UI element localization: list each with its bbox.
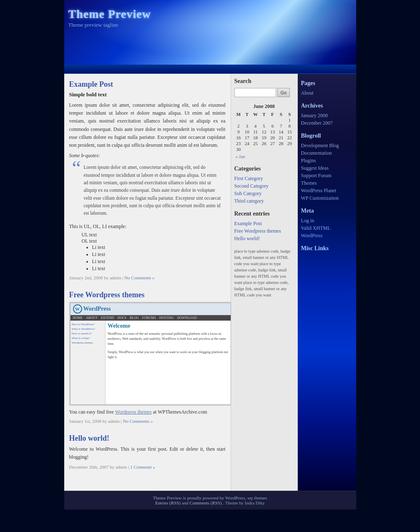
search-input[interactable] (234, 88, 276, 97)
site-footer: Theme Preview is proudly powered by Word… (64, 491, 356, 509)
post-title-hello[interactable]: Hello world! (69, 434, 226, 443)
archives-section: Archives January 2008 December 2007 (301, 103, 353, 126)
cal-day-s2: S (285, 111, 294, 117)
cal-day-t: T (243, 111, 251, 117)
footer-rss-link[interactable]: Entries (RSS) (155, 500, 181, 505)
site-title: Theme Preview (68, 8, 151, 21)
post-body-hello: Welcome to WordPress. This is your first… (69, 445, 226, 461)
meta-links: Log in Valid XHTML WordPress (301, 218, 353, 239)
post-title-example[interactable]: Example Post (69, 80, 226, 89)
search-section: Search Go (234, 78, 294, 97)
wp-themes-link[interactable]: Wordpress themes (115, 409, 152, 415)
wp-sidebar-item: Wordpress themes (72, 341, 104, 344)
cal-day-s: S (277, 111, 285, 117)
categories-links: First Category Second Category Sub Categ… (234, 176, 294, 204)
wp-mockup-header: W WordPress (70, 303, 231, 315)
blogroll-title: Blogroll (301, 133, 353, 139)
post-title-wp[interactable]: Free Wordpress themes (69, 291, 226, 299)
blogroll-section: Blogroll Development Blog Documentation … (301, 133, 353, 201)
calendar-table: June 2008 M T W T F S S (234, 103, 294, 159)
site-header: Theme Preview Theme preview tagline (64, 0, 356, 65)
archives-links: January 2008 December 2007 (301, 113, 353, 126)
meta-section: Meta Log in Valid XHTML WordPress (301, 208, 353, 239)
wp-nav-blog: BLOG (130, 316, 139, 320)
post-comments-link[interactable]: No Comments » (124, 275, 154, 280)
meta-login[interactable]: Log in (301, 218, 353, 224)
archive-dec2007[interactable]: December 2007 (301, 120, 353, 126)
post-comments-wp[interactable]: No Comments » (123, 419, 153, 424)
categories-section: Categories First Category Second Categor… (234, 166, 294, 204)
archives-title: Archives (301, 103, 353, 109)
search-button[interactable]: Go (277, 88, 290, 97)
meta-xhtml[interactable]: Valid XHTML (301, 225, 353, 231)
post-hello-world: Hello world! Welcome to WordPress. This … (69, 434, 226, 469)
wp-sidebar-mock: New to WordPress? What is WordPress? How… (70, 321, 106, 404)
calendar-section: June 2008 M T W T F S S (234, 103, 294, 159)
site-tagline: Theme preview tagline (68, 22, 118, 28)
cal-week-1: 1 (234, 117, 294, 123)
category-first[interactable]: First Category (234, 176, 294, 182)
category-sub[interactable]: Sub Category (234, 191, 294, 197)
cal-day-t2: T (260, 111, 268, 117)
wp-sidebar-item: What is a blog? (72, 336, 104, 340)
wp-screenshot: W WordPress HOME ABOUT EXTEND DOCS BLOG (70, 303, 231, 405)
category-second[interactable]: Second Category (234, 183, 294, 189)
wp-logo-circle: W (73, 304, 82, 314)
post-blockquote: Lorem ipsum dolor sit amet, consectetur … (80, 161, 226, 219)
calendar-caption: June 2008 (234, 103, 294, 110)
wp-nav-download: DOWNLOAD (177, 316, 197, 320)
category-third[interactable]: Third category (234, 198, 294, 204)
post-date-wp: January 1st, 2008 by admin | (69, 419, 122, 424)
blogroll-docs[interactable]: Documentation (301, 150, 353, 156)
cal-day-m: M (234, 111, 243, 117)
post-text-after: at WPThemesArchive.com (153, 409, 207, 415)
recent-entries-section: Recent entries Example Post Free Wordpre… (234, 211, 294, 242)
misc-links-section: Misc Links (301, 245, 353, 252)
blogroll-suggest[interactable]: Suggest Ideas (301, 165, 353, 171)
footer-comments-rss-link[interactable]: Comments (RSS) (189, 500, 221, 505)
list-item: Li text (92, 266, 226, 272)
wp-nav-bar: HOME ABOUT EXTEND DOCS BLOG FORUMS HOSTI… (70, 315, 231, 321)
ol-text: OL text (82, 238, 226, 244)
blogroll-wpcustom[interactable]: WP Customization (301, 195, 353, 201)
post-date: January 2nd, 2008 by admin | (69, 275, 123, 280)
wp-logo-text: WordPress (83, 306, 111, 312)
wp-nav-home: HOME (73, 316, 83, 320)
wp-main-mock: Welcome WordPress is a state-of-the-art … (106, 321, 231, 404)
wp-nav-about: ABOUT (86, 316, 98, 320)
main-wrapper: Example Post Simple bold text Lorem ipsu… (64, 74, 356, 491)
list-section: This is UL, OL, LI example: UL text OL t… (69, 223, 226, 272)
blogroll-plugins[interactable]: Plugins (301, 158, 353, 164)
cal-week-3: 9101112131415 (234, 129, 294, 135)
post-meta-example: January 2nd, 2008 by admin | No Comments… (69, 275, 226, 280)
cal-week-5: 23242526272829 (234, 141, 294, 146)
misc-links-title: Misc Links (301, 245, 353, 252)
post-meta-hello: December 26th, 2007 by admin | 1 Comment… (69, 464, 226, 469)
page-about[interactable]: About (301, 90, 353, 96)
blogroll-links: Development Blog Documentation Plugins S… (301, 143, 353, 201)
meta-wordpress[interactable]: WordPress (301, 233, 353, 239)
wp-nav-forums: FORUMS (142, 316, 156, 320)
cal-week-4: 16171819202122 (234, 135, 294, 141)
adsense-area: place to type adsense code, badge link, … (234, 248, 294, 298)
recent-entry-3[interactable]: Hello world! (234, 236, 294, 242)
calendar-prev-link[interactable]: « Jan (236, 154, 245, 159)
wp-nav-docs: DOCS (118, 316, 126, 320)
archive-jan2008[interactable]: January 2008 (301, 113, 353, 119)
post-meta-wp: January 1st, 2008 by admin | No Comments… (69, 419, 226, 424)
post-comments-hello[interactable]: 1 Comment » (130, 464, 155, 469)
post-text-wp: You can easy find free Wordpress themes … (69, 409, 226, 415)
post-date-hello: December 26th, 2007 by admin | (69, 464, 129, 469)
recent-entry-2[interactable]: Free Wordpress themes (234, 228, 294, 234)
blogroll-themes[interactable]: Themes (301, 180, 353, 186)
footer-and: and (182, 500, 190, 505)
blogroll-dev[interactable]: Development Blog (301, 143, 353, 149)
sidebar-center: Search Go June 2008 M T W T (231, 74, 298, 491)
blogroll-wpplanet[interactable]: WordPress Planet (301, 188, 353, 194)
meta-title: Meta (301, 208, 353, 214)
cal-week-2: 2345678 (234, 123, 294, 129)
recent-entry-1[interactable]: Example Post (234, 221, 294, 227)
blogroll-support[interactable]: Support Forum (301, 173, 353, 179)
list-item: Li text (92, 251, 226, 258)
post-body-example: Lorem ipsum dolor sit amet, consectetur … (69, 101, 226, 149)
